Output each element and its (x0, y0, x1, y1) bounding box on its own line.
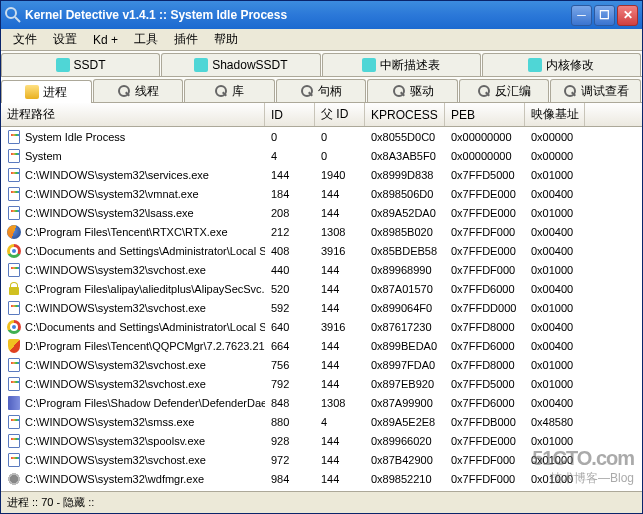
process-path: C:\Program Files\Tencent\RTXC\RTX.exe (25, 226, 228, 238)
tab-label: 线程 (135, 83, 159, 100)
statusbar: 进程 :: 70 - 隐藏 :: (1, 491, 642, 513)
tab-反汇编[interactable]: 反汇编 (459, 79, 550, 102)
table-row[interactable]: C:\WINDOWS\system32\spoolsv.exe9281440x8… (1, 431, 642, 450)
default-icon (7, 491, 21, 492)
table-row[interactable]: C:\Program Files\Shadow Defender\Defende… (1, 393, 642, 412)
process-path: C:\WINDOWS\system32\wdfmgr.exe (25, 473, 204, 485)
titlebar[interactable]: Kernel Detective v1.4.1 :: System Idle P… (1, 1, 642, 29)
cell-peb: 0x7FFDF000 (445, 454, 525, 466)
cell-peb: 0x00000000 (445, 150, 525, 162)
tab-句柄[interactable]: 句柄 (276, 79, 367, 102)
table-row[interactable]: C:\WINDOWS\system32\svchost.exe7561440x8… (1, 355, 642, 374)
cell-img: 0x00400 (525, 226, 585, 238)
tab-驱动[interactable]: 驱动 (367, 79, 458, 102)
maximize-button[interactable]: ☐ (594, 5, 615, 26)
cell-kproc: 0x897EB920 (365, 378, 445, 390)
cell-peb: 0x7FFDE000 (445, 245, 525, 257)
table-row[interactable]: C:\Program Files\alipay\alieditplus\Alip… (1, 279, 642, 298)
cell-peb: 0x7FFDF000 (445, 226, 525, 238)
col-id[interactable]: ID (265, 103, 315, 126)
col-peb[interactable]: PEB (445, 103, 525, 126)
cell-id: 592 (265, 302, 315, 314)
cell-peb: 0x7FFD5000 (445, 378, 525, 390)
menu-文件[interactable]: 文件 (5, 29, 45, 50)
cell-img: 0x00400 (525, 397, 585, 409)
tab-进程[interactable]: 进程 (1, 80, 92, 103)
book-icon (7, 396, 21, 410)
ff-icon (7, 225, 21, 239)
table-row[interactable]: System400x8A3AB5F00x000000000x00000 (1, 146, 642, 165)
upper-tabs: SSDTShadowSSDT中断描述表内核修改 (1, 51, 642, 77)
tab-ShadowSSDT[interactable]: ShadowSSDT (161, 53, 320, 76)
cell-id: 984 (265, 473, 315, 485)
process-grid[interactable]: System Idle Process000x8055D0C00x0000000… (1, 127, 642, 491)
table-row[interactable]: C:\Documents and Settings\Administrator\… (1, 241, 642, 260)
cell-pid: 3916 (315, 321, 365, 333)
tab-中断描述表[interactable]: 中断描述表 (322, 53, 481, 76)
cell-kproc: 0x8A3AB5F0 (365, 150, 445, 162)
cell-pid: 0 (315, 150, 365, 162)
table-row[interactable]: C:\WINDOWS\system32\smss.exe88040x89A5E2… (1, 412, 642, 431)
cell-peb: 0x7FFDE000 (445, 435, 525, 447)
col-kprocess[interactable]: KPROCESS (365, 103, 445, 126)
cell-id: 848 (265, 397, 315, 409)
cell-peb: 0x7FFDF000 (445, 473, 525, 485)
tab-SSDT[interactable]: SSDT (1, 53, 160, 76)
cell-kproc: 0x899BEDA0 (365, 340, 445, 352)
menu-Kd +[interactable]: Kd + (85, 31, 126, 49)
cell-id: 184 (265, 188, 315, 200)
cell-img: 0x48580 (525, 416, 585, 428)
menu-工具[interactable]: 工具 (126, 29, 166, 50)
cell-kproc: 0x89966020 (365, 435, 445, 447)
table-row[interactable]: D:\Program Files\Tencent\QQPCMgr\7.2.762… (1, 336, 642, 355)
process-path: C:\WINDOWS\system32\svchost.exe (25, 264, 206, 276)
tab-icon (563, 84, 577, 98)
col-path[interactable]: 进程路径 (1, 103, 265, 126)
cell-id: 408 (265, 245, 315, 257)
cell-img: 0x00400 (525, 340, 585, 352)
close-button[interactable]: ✕ (617, 5, 638, 26)
cell-pid: 144 (315, 473, 365, 485)
menu-帮助[interactable]: 帮助 (206, 29, 246, 50)
title-text: Kernel Detective v1.4.1 :: System Idle P… (25, 8, 571, 22)
process-path: C:\WINDOWS\system32\svchost.exe (25, 378, 206, 390)
default-icon (7, 377, 21, 391)
menu-设置[interactable]: 设置 (45, 29, 85, 50)
tab-内核修改[interactable]: 内核修改 (482, 53, 641, 76)
table-row[interactable]: C:\WINDOWS\system32\wdfmgr.exe9841440x89… (1, 469, 642, 488)
minimize-button[interactable]: ─ (571, 5, 592, 26)
cell-img: 0x01000 (525, 378, 585, 390)
table-row[interactable]: C:\WINDOWS\system32\svchost.exe4401440x8… (1, 260, 642, 279)
table-row[interactable]: C:\WINDOWS\system32\svchost.exe9721440x8… (1, 450, 642, 469)
process-path: C:\WINDOWS\system32\services.exe (25, 169, 209, 181)
cell-img: 0x01000 (525, 207, 585, 219)
default-icon (7, 415, 21, 429)
tab-调试查看[interactable]: 调试查看 (550, 79, 641, 102)
menubar: 文件设置Kd +工具插件帮助 (1, 29, 642, 51)
cell-peb: 0x7FFDF000 (445, 264, 525, 276)
default-icon (7, 130, 21, 144)
cell-pid: 1940 (315, 169, 365, 181)
tab-线程[interactable]: 线程 (93, 79, 184, 102)
cell-id: 440 (265, 264, 315, 276)
col-pid[interactable]: 父 ID (315, 103, 365, 126)
table-row[interactable]: C:\WINDOWS\system32\svchost.exe5921440x8… (1, 298, 642, 317)
svg-line-1 (15, 17, 20, 22)
cell-img: 0x00400 (525, 188, 585, 200)
table-row[interactable]: C:\Documents and Settings\Administrator\… (1, 317, 642, 336)
tab-icon (477, 84, 491, 98)
process-path: C:\Program Files\alipay\alieditplus\Alip… (25, 283, 265, 295)
cell-img: 0x01000 (525, 454, 585, 466)
table-row[interactable]: System Idle Process000x8055D0C00x0000000… (1, 127, 642, 146)
table-row[interactable]: C:\WINDOWS\system32\lsass.exe2081440x89A… (1, 203, 642, 222)
col-image-base[interactable]: 映像基址 (525, 103, 585, 126)
table-row[interactable]: C:\Program Files\Tencent\RTXC\RTX.exe212… (1, 222, 642, 241)
table-row[interactable]: C:\WINDOWS\system32\services.exe14419400… (1, 165, 642, 184)
cell-kproc: 0x87A99900 (365, 397, 445, 409)
default-icon (7, 453, 21, 467)
tab-库[interactable]: 库 (184, 79, 275, 102)
table-row[interactable]: C:\WINDOWS\system32\vmnat.exe1841440x898… (1, 184, 642, 203)
table-row[interactable]: C:\WINDOWS\system32\svchost.exe7921440x8… (1, 374, 642, 393)
process-path: C:\WINDOWS\system32\svchost.exe (25, 454, 206, 466)
menu-插件[interactable]: 插件 (166, 29, 206, 50)
